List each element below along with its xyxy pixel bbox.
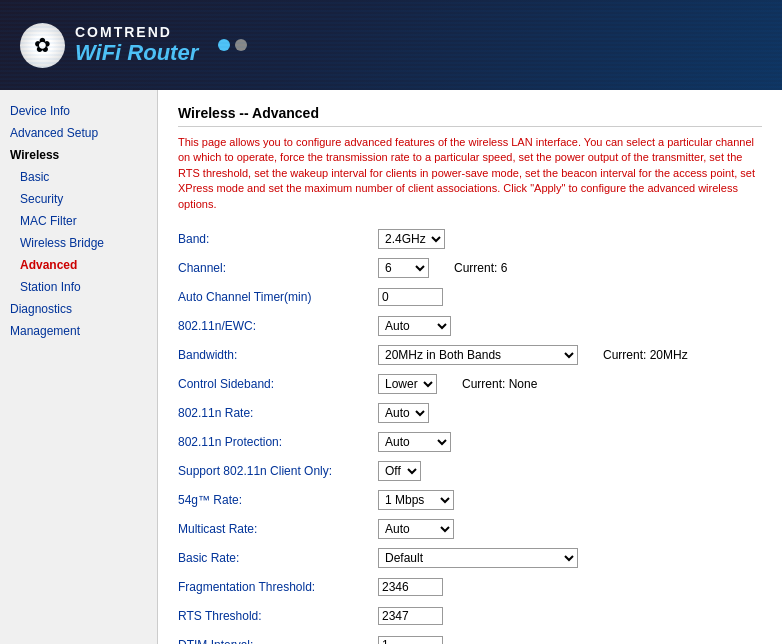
brand-text: COMTREND WiFi Router	[75, 24, 198, 66]
status-channel: Current: 6	[454, 261, 507, 275]
label-support-802-11n-client: Support 802.11n Client Only:	[178, 464, 378, 478]
control-bandwidth: 20MHz in Both Bands20MHz40MHzAutoCurrent…	[378, 345, 762, 365]
input-rts-threshold[interactable]	[378, 607, 443, 625]
logo-area: ✿ COMTREND WiFi Router	[20, 23, 247, 68]
page-description: This page allows you to configure advanc…	[178, 135, 762, 212]
control-dtim-interval	[378, 636, 762, 644]
control-802-11n-rate: Auto	[378, 403, 762, 423]
dot-1	[218, 39, 230, 51]
sidebar-item-diagnostics[interactable]: Diagnostics	[0, 298, 157, 320]
label-multicast-rate: Multicast Rate:	[178, 522, 378, 536]
control-multicast-rate: Auto1 Mbps2 Mbps5.5 Mbps11 Mbps	[378, 519, 762, 539]
control-802-11n-ewc: AutoEnabledDisabled	[378, 316, 762, 336]
control-rts-threshold	[378, 607, 762, 625]
input-dtim-interval[interactable]	[378, 636, 443, 644]
control-band: 2.4GHz5GHz	[378, 229, 762, 249]
select-bandwidth[interactable]: 20MHz in Both Bands20MHz40MHzAuto	[378, 345, 578, 365]
form-row-rts-threshold: RTS Threshold:	[178, 604, 762, 628]
label-control-sideband: Control Sideband:	[178, 377, 378, 391]
form-row-basic-rate: Basic Rate:DefaultAll1-2 Mbps	[178, 546, 762, 570]
label-fragmentation-threshold: Fragmentation Threshold:	[178, 580, 378, 594]
select-54g-rate[interactable]: 1 Mbps2 Mbps5.5 Mbps6 Mbps9 Mbps11 Mbps1…	[378, 490, 454, 510]
brand-name: COMTREND	[75, 24, 198, 40]
layout: Device InfoAdvanced SetupWirelessBasicSe…	[0, 90, 782, 644]
form-row-fragmentation-threshold: Fragmentation Threshold:	[178, 575, 762, 599]
sidebar-item-wireless: Wireless	[0, 144, 157, 166]
form-row-auto-channel-timer: Auto Channel Timer(min)	[178, 285, 762, 309]
form-row-bandwidth: Bandwidth:20MHz in Both Bands20MHz40MHzA…	[178, 343, 762, 367]
label-54g-rate: 54g™ Rate:	[178, 493, 378, 507]
control-auto-channel-timer	[378, 288, 762, 306]
label-band: Band:	[178, 232, 378, 246]
form-row-802-11n-rate: 802.11n Rate:Auto	[178, 401, 762, 425]
label-channel: Channel:	[178, 261, 378, 275]
label-auto-channel-timer: Auto Channel Timer(min)	[178, 290, 378, 304]
header-dots	[218, 39, 247, 51]
control-802-11n-protection: AutoEnabledDisabled	[378, 432, 762, 452]
control-fragmentation-threshold	[378, 578, 762, 596]
input-auto-channel-timer[interactable]	[378, 288, 443, 306]
sidebar-item-security[interactable]: Security	[0, 188, 157, 210]
form-row-54g-rate: 54g™ Rate:1 Mbps2 Mbps5.5 Mbps6 Mbps9 Mb…	[178, 488, 762, 512]
label-basic-rate: Basic Rate:	[178, 551, 378, 565]
header: ✿ COMTREND WiFi Router	[0, 0, 782, 90]
select-channel[interactable]: Auto1234567891011	[378, 258, 429, 278]
form-row-dtim-interval: DTIM Interval:	[178, 633, 762, 644]
select-band[interactable]: 2.4GHz5GHz	[378, 229, 445, 249]
label-802-11n-protection: 802.11n Protection:	[178, 435, 378, 449]
label-802-11n-rate: 802.11n Rate:	[178, 406, 378, 420]
label-dtim-interval: DTIM Interval:	[178, 638, 378, 644]
form-row-support-802-11n-client: Support 802.11n Client Only:OffOn	[178, 459, 762, 483]
label-802-11n-ewc: 802.11n/EWC:	[178, 319, 378, 333]
logo-icon: ✿	[20, 23, 65, 68]
control-control-sideband: LowerUpperCurrent: None	[378, 374, 762, 394]
sidebar-item-advanced-setup[interactable]: Advanced Setup	[0, 122, 157, 144]
label-bandwidth: Bandwidth:	[178, 348, 378, 362]
select-control-sideband[interactable]: LowerUpper	[378, 374, 437, 394]
dot-2	[235, 39, 247, 51]
sidebar-item-mac-filter[interactable]: MAC Filter	[0, 210, 157, 232]
input-fragmentation-threshold[interactable]	[378, 578, 443, 596]
form-row-multicast-rate: Multicast Rate:Auto1 Mbps2 Mbps5.5 Mbps1…	[178, 517, 762, 541]
form-row-control-sideband: Control Sideband:LowerUpperCurrent: None	[178, 372, 762, 396]
form-row-channel: Channel:Auto1234567891011Current: 6	[178, 256, 762, 280]
sidebar-item-wireless-bridge[interactable]: Wireless Bridge	[0, 232, 157, 254]
sidebar-item-basic[interactable]: Basic	[0, 166, 157, 188]
select-802-11n-protection[interactable]: AutoEnabledDisabled	[378, 432, 451, 452]
status-bandwidth: Current: 20MHz	[603, 348, 688, 362]
sidebar: Device InfoAdvanced SetupWirelessBasicSe…	[0, 90, 158, 644]
control-support-802-11n-client: OffOn	[378, 461, 762, 481]
select-support-802-11n-client[interactable]: OffOn	[378, 461, 421, 481]
page-title: Wireless -- Advanced	[178, 105, 762, 127]
control-channel: Auto1234567891011Current: 6	[378, 258, 762, 278]
form-row-802-11n-ewc: 802.11n/EWC:AutoEnabledDisabled	[178, 314, 762, 338]
sidebar-item-management[interactable]: Management	[0, 320, 157, 342]
sidebar-item-station-info[interactable]: Station Info	[0, 276, 157, 298]
sidebar-item-advanced[interactable]: Advanced	[0, 254, 157, 276]
select-multicast-rate[interactable]: Auto1 Mbps2 Mbps5.5 Mbps11 Mbps	[378, 519, 454, 539]
select-basic-rate[interactable]: DefaultAll1-2 Mbps	[378, 548, 578, 568]
select-802-11n-rate[interactable]: Auto	[378, 403, 429, 423]
form-table: Band:2.4GHz5GHzChannel:Auto1234567891011…	[178, 227, 762, 644]
sidebar-item-device-info[interactable]: Device Info	[0, 100, 157, 122]
main-content: Wireless -- Advanced This page allows yo…	[158, 90, 782, 644]
select-802-11n-ewc[interactable]: AutoEnabledDisabled	[378, 316, 451, 336]
label-rts-threshold: RTS Threshold:	[178, 609, 378, 623]
control-basic-rate: DefaultAll1-2 Mbps	[378, 548, 762, 568]
status-control-sideband: Current: None	[462, 377, 537, 391]
form-row-band: Band:2.4GHz5GHz	[178, 227, 762, 251]
brand-product: WiFi Router	[75, 40, 198, 66]
control-54g-rate: 1 Mbps2 Mbps5.5 Mbps6 Mbps9 Mbps11 Mbps1…	[378, 490, 762, 510]
form-row-802-11n-protection: 802.11n Protection:AutoEnabledDisabled	[178, 430, 762, 454]
